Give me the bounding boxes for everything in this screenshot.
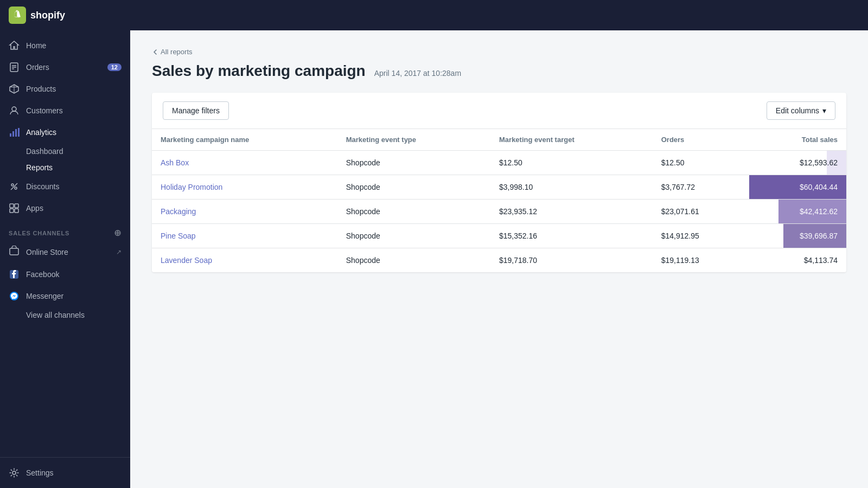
total-sales-cell: $12,593.62 [749,151,846,175]
sidebar-item-messenger[interactable]: Messenger [0,285,130,307]
customers-icon [9,105,20,116]
layout: Home Orders 12 [0,30,868,488]
svg-rect-17 [15,209,18,213]
add-channel-icon[interactable]: ⊕ [114,228,122,238]
event-target-cell: $3,998.10 [490,175,653,200]
report-table: Marketing campaign name Marketing event … [152,129,846,272]
total-sales-cell: $39,696.87 [749,224,846,248]
view-all-channels[interactable]: View all channels [0,307,130,323]
sales-channels-header: SALES CHANNELS ⊕ [0,219,130,240]
edit-columns-label: Edit columns [776,106,819,115]
home-icon [9,40,20,51]
event-target-cell: $15,352.16 [490,224,653,248]
table-row: PackagingShopcode$23,935.12$23,071.61$42… [152,200,846,224]
campaign-name-cell: Holiday Promotion [152,175,337,200]
card-toolbar: Manage filters Edit columns ▾ [152,93,846,129]
chevron-down-icon: ▾ [822,106,826,115]
col-event-target: Marketing event target [490,129,653,151]
sidebar-sub-dashboard[interactable]: Dashboard [0,143,130,159]
sidebar-item-products-label: Products [26,85,56,93]
col-campaign-name: Marketing campaign name [152,129,337,151]
sidebar-item-orders-label: Orders [26,63,49,72]
sales-value: $39,696.87 [749,224,846,248]
sidebar-sub-reports[interactable]: Reports [0,159,130,176]
total-sales-cell: $42,412.62 [749,200,846,224]
sidebar-item-discounts[interactable]: Discounts [0,176,130,197]
sidebar-item-orders[interactable]: Orders 12 [0,56,130,78]
sidebar-item-settings[interactable]: Settings [0,462,130,484]
facebook-icon [9,269,20,280]
page-header: Sales by marketing campaign April 14, 20… [152,62,846,80]
event-type-cell: Shopcode [337,200,490,224]
table-row: Holiday PromotionShopcode$3,998.10$3,767… [152,175,846,200]
campaign-link[interactable]: Holiday Promotion [161,183,222,191]
col-orders: Orders [653,129,750,151]
topbar: shopify [0,0,868,30]
sidebar-item-facebook[interactable]: Facebook [0,264,130,285]
campaign-name-cell: Lavender Soap [152,248,337,273]
sales-value: $60,404.44 [749,175,846,199]
settings-icon [9,467,20,478]
table-row: Lavender SoapShopcode$19,718.70$19,119.1… [152,248,846,273]
sidebar-item-analytics-label: Analytics [26,128,56,137]
event-target-cell: $19,718.70 [490,248,653,273]
sidebar-item-apps-label: Apps [26,204,43,213]
svg-rect-8 [12,131,14,137]
campaign-name-cell: Ash Box [152,151,337,175]
table-header-row: Marketing campaign name Marketing event … [152,129,846,151]
orders-cell: $12.50 [653,151,750,175]
sidebar: Home Orders 12 [0,30,130,488]
breadcrumb-back[interactable]: All reports [152,48,193,56]
orders-badge: 12 [107,63,122,71]
campaign-link[interactable]: Ash Box [161,158,189,167]
orders-icon [9,62,20,73]
external-link-icon[interactable]: ↗ [116,248,122,256]
sidebar-item-discounts-label: Discounts [26,182,59,191]
svg-rect-18 [10,248,18,255]
sidebar-item-home-label: Home [26,41,46,50]
settings-label: Settings [26,468,54,477]
svg-point-11 [11,184,14,186]
sidebar-nav: Home Orders 12 [0,30,130,457]
breadcrumb-label: All reports [161,48,193,56]
svg-rect-14 [10,204,14,208]
facebook-label: Facebook [26,270,59,279]
page-timestamp: April 14, 2017 at 10:28am [374,69,461,78]
event-type-cell: Shopcode [337,151,490,175]
event-type-cell: Shopcode [337,175,490,200]
sidebar-footer: Settings [0,457,130,488]
edit-columns-button[interactable]: Edit columns ▾ [767,101,835,120]
campaign-link[interactable]: Pine Soap [161,232,196,240]
brand-logo[interactable]: shopify [9,7,65,24]
svg-rect-7 [10,133,11,137]
orders-cell: $23,071.61 [653,200,750,224]
sidebar-item-customers[interactable]: Customers [0,100,130,121]
svg-point-12 [15,187,17,189]
total-sales-cell: $60,404.44 [749,175,846,200]
manage-filters-button[interactable]: Manage filters [163,101,229,120]
campaign-link[interactable]: Lavender Soap [161,256,212,265]
total-sales-cell: $4,113.74 [749,248,846,273]
event-target-cell: $23,935.12 [490,200,653,224]
online-store-label: Online Store [26,248,68,256]
svg-rect-9 [15,129,17,137]
sales-value: $4,113.74 [749,248,846,272]
breadcrumb: All reports [152,48,846,56]
main-content: All reports Sales by marketing campaign … [130,30,868,488]
sidebar-item-analytics[interactable]: Analytics [0,121,130,143]
discounts-icon [9,181,20,192]
col-total-sales: Total sales [749,129,846,151]
sidebar-item-products[interactable]: Products [0,78,130,100]
shopify-icon [9,7,26,24]
brand-name: shopify [30,10,65,21]
col-event-type: Marketing event type [337,129,490,151]
campaign-link[interactable]: Packaging [161,207,196,216]
products-icon [9,84,20,94]
sales-value: $12,593.62 [749,151,846,175]
sidebar-item-home[interactable]: Home [0,35,130,56]
table-row: Ash BoxShopcode$12.50$12.50$12,593.62 [152,151,846,175]
sidebar-item-online-store[interactable]: Online Store ↗ [0,240,130,264]
svg-rect-16 [10,209,14,213]
sidebar-item-apps[interactable]: Apps [0,197,130,219]
event-target-cell: $12.50 [490,151,653,175]
